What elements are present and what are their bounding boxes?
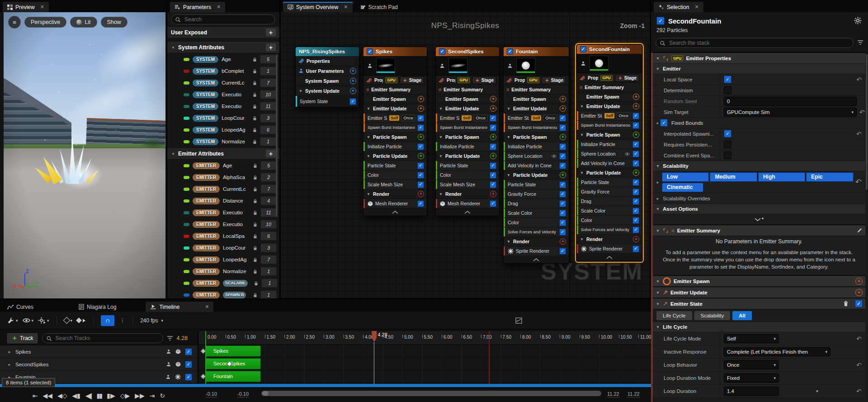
add-module-button[interactable]: + — [560, 96, 566, 102]
module-row[interactable]: Mesh Renderer✓ — [363, 199, 427, 208]
module-enabled-checkbox[interactable]: ✓ — [417, 124, 424, 131]
parameter-row[interactable]: SYSTEM LoopedAg 6 — [167, 124, 279, 136]
emitter-node-header[interactable]: ✓Fountain — [504, 47, 569, 56]
node-group-row[interactable]: ▾Particle Update+ — [577, 168, 642, 178]
module-enabled-checkbox[interactable]: ✓ — [559, 219, 566, 226]
stack-group-emitter-state[interactable]: ▾↗Emitter State✓ — [653, 298, 865, 309]
property-input[interactable]: 1.4 — [724, 387, 779, 396]
tab-selection[interactable]: Selection ✕ — [654, 2, 703, 12]
snap-options-dots[interactable]: ⋮ — [120, 317, 125, 323]
module-row[interactable]: Scale Mesh Size✓ — [436, 180, 499, 189]
node-group-row[interactable]: ▾Render+ — [363, 189, 427, 199]
playback-end-marker[interactable] — [489, 331, 490, 384]
node-properties-row[interactable]: PropertiesGPU＋Stage — [363, 76, 427, 85]
playback-start-marker[interactable] — [205, 331, 206, 384]
node-group-row[interactable]: ▾Emitter Update+ — [504, 104, 569, 114]
parameter-row[interactable]: EMITTER Age 5 — [167, 160, 279, 171]
reset-to-default-icon[interactable]: ↶ — [859, 109, 865, 116]
transport-button-2[interactable]: ◀◇ — [57, 393, 67, 399]
reset-to-default-icon[interactable]: ↶ — [856, 76, 862, 83]
module-row[interactable]: Solve Forces and Velocity✓ — [504, 227, 569, 237]
parameter-row[interactable]: EMITTER Normalize 1 — [167, 265, 279, 277]
module-enabled-checkbox[interactable]: ✓ — [632, 189, 639, 195]
parameter-row[interactable]: SYSTEM Executio 10 — [167, 89, 279, 100]
module-row[interactable]: Particle State✓ — [504, 180, 569, 189]
node-row[interactable]: System State✓ — [296, 96, 359, 107]
module-row[interactable]: Scale Color✓ — [504, 208, 569, 218]
working-range-start[interactable]: -0.10 — [237, 391, 249, 397]
property-dropdown[interactable]: Fixed▾ — [724, 374, 779, 383]
add-module-button[interactable]: + — [633, 94, 639, 100]
track-enabled-checkbox[interactable]: ✓ — [185, 348, 192, 355]
stack-group-emitter-properties[interactable]: ▾GPUEmitter Properties — [653, 52, 865, 64]
curve-editor-toggle-icon[interactable] — [515, 317, 522, 324]
module-enabled-checkbox[interactable]: ✓ — [632, 198, 639, 205]
timeline-area[interactable]: 0.000.501.001.502.002.503.003.504.004.50… — [198, 331, 651, 384]
scalability-high-button[interactable]: High — [758, 172, 805, 182]
module-enabled-checkbox[interactable]: ✓ — [490, 200, 496, 207]
emitter-enabled-checkbox[interactable]: ✓ — [367, 48, 373, 55]
track-row-SecondSpikes[interactable]: ▸SecondSpikes ✓ — [0, 358, 198, 371]
emitter-node-header[interactable]: ✓SecondSpikes — [436, 47, 499, 56]
view-options-button[interactable]: ▾ — [23, 317, 34, 323]
track-search[interactable] — [42, 333, 163, 343]
transport-button-1[interactable]: ◀◀ — [42, 393, 52, 399]
close-icon[interactable]: ✕ — [205, 304, 209, 310]
module-enabled-checkbox[interactable]: ✓ — [490, 143, 496, 150]
tab-timeline[interactable]: Timeline ✕ — [146, 302, 213, 312]
node-group-row[interactable]: ▾Emitter Update+ — [436, 104, 499, 114]
checkbox[interactable]: ✓ — [349, 98, 356, 105]
node-properties-row[interactable]: PropertiesGPU＋Stage — [577, 73, 642, 83]
module-enabled-checkbox[interactable]: ✓ — [559, 191, 566, 198]
parameter-row[interactable]: EMITTER LoopCour 3 — [167, 242, 279, 254]
module-enabled-checkbox[interactable]: ✓ — [559, 210, 566, 217]
module-enabled-checkbox[interactable]: ✓ — [632, 113, 639, 119]
module-enabled-checkbox[interactable]: ✓ — [490, 181, 496, 188]
scalability-epic-button[interactable]: Epic — [806, 172, 853, 182]
node-group-row[interactable]: ▾Particle Update+ — [504, 170, 569, 180]
cube-icon[interactable] — [175, 361, 181, 367]
parameter-row[interactable]: SYSTEM Age 5 — [167, 53, 279, 65]
emitter-node-Fountain[interactable]: ✓FountainPropertiesGPU＋Stage≡Emitter Sum… — [503, 47, 569, 264]
transport-button-6[interactable]: ▮▶ — [107, 393, 115, 399]
timeline-range-bar[interactable] — [0, 384, 651, 387]
module-row[interactable]: Spawn Burst Instantaneous✓ — [577, 121, 642, 130]
person-icon[interactable] — [166, 361, 171, 367]
parameter-row[interactable]: SYSTEM CurrentLc 7 — [167, 77, 279, 89]
lit-button[interactable]: Lit — [70, 17, 97, 28]
module-enabled-checkbox[interactable]: ✓ — [417, 200, 424, 207]
module-row[interactable]: Particle State✓ — [436, 161, 499, 170]
node-collapse-button[interactable] — [363, 208, 427, 216]
parameter-row[interactable]: EMITTER Executio 11 — [167, 207, 279, 218]
property-checkbox[interactable] — [724, 141, 731, 148]
property-checkbox[interactable]: ✓ — [660, 119, 668, 127]
node-group-row[interactable]: Emitter Spawn+ — [504, 95, 569, 104]
module-row[interactable]: Particle State✓ — [577, 178, 642, 187]
module-row[interactable]: Color✓ — [577, 216, 642, 225]
transport-button-0[interactable]: ⇤ — [33, 393, 38, 399]
node-group-row[interactable]: ▾Particle Update+ — [436, 151, 499, 161]
view-range-start[interactable]: -0.10 — [206, 391, 217, 397]
node-row[interactable]: Properties — [296, 56, 359, 66]
module-row[interactable]: Particle State✓ — [363, 161, 427, 170]
reset-to-default-icon[interactable]: ↶ — [856, 361, 862, 369]
module-enabled-checkbox[interactable]: ✓ — [632, 179, 639, 186]
tab-parameters[interactable]: Parameters ✕ — [170, 2, 225, 12]
add-module-button[interactable]: + — [350, 88, 356, 94]
module-row[interactable]: Sphere Location✓ — [504, 151, 569, 161]
property-row[interactable]: ▸✓Fixed Bounds — [653, 118, 865, 128]
scalability-low-button[interactable]: Low — [662, 172, 709, 182]
property-checkbox[interactable] — [724, 86, 731, 94]
module-row[interactable]: Scale Color✓ — [577, 206, 642, 216]
add-module-button[interactable]: + — [418, 153, 424, 159]
clip-SecondSpikes[interactable]: SecondSpikes — [206, 358, 261, 369]
property-dropdown[interactable]: Complete (Let Particles Finish then▾ — [724, 347, 830, 356]
node-group-row[interactable]: ▾Emitter Update+ — [577, 102, 642, 111]
emitter-summary-row[interactable]: ≡Emitter Summary — [363, 85, 427, 95]
node-group-row[interactable]: ▾Emitter Update+ — [363, 104, 427, 114]
module-enabled-checkbox[interactable]: ✓ — [632, 151, 639, 157]
node-group-row[interactable]: ▾Particle Spawn+ — [436, 132, 499, 142]
parameter-row[interactable]: EMITTER CurrentLc 7 — [167, 183, 279, 195]
cube-icon[interactable] — [175, 349, 181, 355]
emitter-enabled-checkbox[interactable]: ✓ — [656, 17, 665, 25]
